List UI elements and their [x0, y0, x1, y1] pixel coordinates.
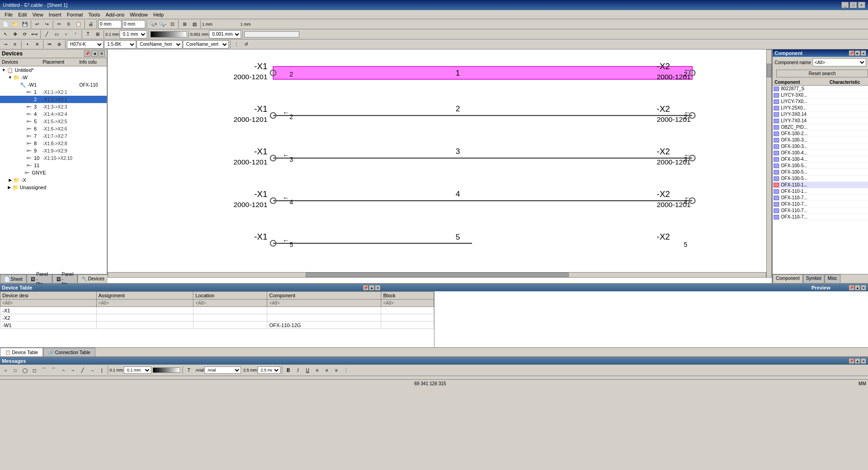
zoom-out-btn[interactable]: 🔍-: [158, 20, 167, 29]
component-list[interactable]: 8022877_SLIYCY-3X0...LIYCY-7X0...LIYY-25…: [773, 86, 868, 274]
msg-tool-8[interactable]: ⌣: [68, 366, 77, 375]
preview-controls[interactable]: 📌 ▴ ×: [849, 285, 866, 290]
msg-tool-2[interactable]: □: [11, 366, 20, 375]
messages-controls[interactable]: 📌 ▴ ×: [849, 358, 866, 364]
dt-pin-btn[interactable]: 📌: [363, 285, 368, 290]
schematic-canvas[interactable]: -X1 2000-1201 ← 1 -X2 2000-1201 ← -X1 20…: [108, 49, 772, 283]
msg-tool-7[interactable]: ⌢: [59, 366, 68, 375]
paste-btn[interactable]: 📋: [74, 20, 83, 29]
tree-item-gnye[interactable]: GNYE: [0, 169, 107, 176]
tree-toggle-w[interactable]: ▼: [7, 75, 13, 80]
select-btn[interactable]: ↖: [1, 30, 10, 39]
save-btn[interactable]: 💾: [20, 20, 29, 29]
tree-item-3[interactable]: 3-X1:3->X2:3: [0, 103, 107, 110]
layers-btn[interactable]: ▤: [190, 20, 199, 29]
tab-panel-no[interactable]: 🖼 Panel - No...: [52, 274, 78, 283]
menu-file[interactable]: File: [2, 11, 16, 18]
open-btn[interactable]: 📁: [11, 20, 20, 29]
panel-pin-btn[interactable]: 📌: [84, 50, 90, 57]
filter-block[interactable]: <All>: [381, 300, 434, 307]
comp-collapse-btn[interactable]: ▸: [855, 50, 860, 56]
comp-tab-component[interactable]: Component: [773, 274, 803, 283]
tab-device-table[interactable]: 📋 Device Table: [0, 348, 43, 356]
y-coord-input[interactable]: [122, 20, 145, 28]
rotate-btn[interactable]: ⟳: [20, 30, 29, 39]
dt-expand-btn[interactable]: ▴: [369, 285, 374, 290]
prev-pin-btn[interactable]: 📌: [849, 285, 854, 290]
tree-item-untitled[interactable]: ▼📋Untitled*: [0, 66, 107, 74]
comp-row-8[interactable]: OFX-100-3...: [773, 137, 868, 143]
msg-pin-btn[interactable]: 📌: [849, 358, 854, 364]
restore-btn[interactable]: □: [850, 2, 857, 8]
msg-size-select[interactable]: 2.5 mm: [258, 366, 280, 374]
title-bar-controls[interactable]: _ □ ×: [841, 2, 865, 8]
menu-help[interactable]: Help: [151, 11, 167, 18]
close-btn[interactable]: ×: [858, 2, 865, 8]
menu-insert[interactable]: Insert: [46, 11, 64, 18]
comp-row-12[interactable]: OFX-100-5...: [773, 163, 868, 169]
panel-collapse-btn[interactable]: ◂: [91, 50, 98, 57]
comp-row-18[interactable]: OFX-110-7...: [773, 201, 868, 208]
component-name-select[interactable]: <All>: [813, 58, 867, 66]
tab-sheet[interactable]: 📄 Sheet: [0, 274, 27, 283]
reset-search-button[interactable]: Reset search: [776, 70, 868, 77]
comp-row-10[interactable]: OFX-100-4...: [773, 150, 868, 156]
tree-toggle-x[interactable]: ▶: [7, 178, 13, 182]
x-coord-input[interactable]: [99, 20, 121, 28]
device-table-content[interactable]: Device desi Assignment Location Componen…: [0, 291, 434, 347]
panel-close-btn[interactable]: ×: [99, 50, 105, 57]
devices-tree[interactable]: ▼📋Untitled*▼📁-W🔧-W1OFX-1101-X1:1->X2:12-…: [0, 66, 107, 274]
msg-tool-9[interactable]: ╱: [78, 366, 87, 375]
tree-toggle-untitled[interactable]: ▼: [1, 68, 6, 72]
grid-btn[interactable]: ⊞: [180, 20, 189, 29]
comp-row-7[interactable]: OFX-100-2...: [773, 131, 868, 137]
minimize-btn[interactable]: _: [841, 2, 849, 8]
dt-close-btn[interactable]: ×: [375, 285, 380, 290]
prev-close-btn[interactable]: ×: [861, 285, 866, 290]
msg-align-right-btn[interactable]: ≡: [332, 366, 341, 375]
tree-item-x[interactable]: ▶📁-X: [0, 176, 107, 184]
copy-btn[interactable]: ⎘: [64, 20, 73, 29]
msg-underline-btn[interactable]: U: [303, 366, 312, 375]
msg-text-btn[interactable]: T: [184, 366, 193, 375]
draw-rect-btn[interactable]: ▭: [52, 30, 61, 39]
move-btn[interactable]: ✥: [11, 30, 20, 39]
dt-row-0[interactable]: -X1: [0, 307, 434, 314]
draw-arc-btn[interactable]: ◜: [71, 30, 80, 39]
flip-btn[interactable]: ⟺: [30, 30, 39, 39]
comp-row-17[interactable]: OFX-110-7...: [773, 195, 868, 201]
devices-panel-controls[interactable]: 📌 ◂ ×: [84, 50, 105, 57]
msg-font-select[interactable]: Arial: [204, 366, 241, 374]
comp-row-2[interactable]: LIYCY-7X0...: [773, 98, 868, 105]
comp-row-14[interactable]: OFX-100-5...: [773, 175, 868, 182]
print-btn[interactable]: 🖨: [86, 20, 95, 29]
zoom-in-btn[interactable]: 🔍+: [148, 20, 158, 29]
device-table-controls[interactable]: 📌 ▴ ×: [363, 285, 380, 290]
msg-italic-btn[interactable]: I: [293, 366, 302, 375]
comp-row-11[interactable]: OFX-100-4...: [773, 156, 868, 163]
junction-btn[interactable]: •: [23, 40, 32, 49]
comp-row-6[interactable]: OBZC_PID...: [773, 124, 868, 131]
draw-line-btn[interactable]: ╱: [42, 30, 51, 39]
tree-item-1[interactable]: 1-X1:1->X2:1: [0, 88, 107, 96]
comp-row-4[interactable]: LIYY-3X0.14: [773, 111, 868, 118]
msg-tool-3[interactable]: ◯: [20, 366, 29, 375]
bus-btn[interactable]: ≡: [11, 40, 20, 49]
filter-device[interactable]: <All>: [0, 300, 97, 307]
msg-tool-10[interactable]: →: [88, 366, 97, 375]
wire-btn[interactable]: ⊸: [1, 40, 10, 49]
msg-close-btn[interactable]: ×: [861, 358, 866, 364]
grid-select[interactable]: 0.001 mm: [209, 30, 241, 38]
tree-item-11[interactable]: 11: [0, 162, 107, 169]
msg-line-select[interactable]: 0.1 mm: [124, 366, 151, 374]
comp-row-9[interactable]: OFX-100-3...: [773, 143, 868, 150]
tab-devices[interactable]: 🔧 Devices: [77, 274, 109, 283]
no-connect-btn[interactable]: ✕: [33, 40, 42, 49]
tree-item-6[interactable]: 6-X1:6->X2:6: [0, 125, 107, 132]
menu-view[interactable]: View: [30, 11, 46, 18]
comp-row-20[interactable]: OFX-110-7...: [773, 214, 868, 220]
tree-item-8[interactable]: 8-X1:8->X2:8: [0, 140, 107, 147]
comp-tab-misc[interactable]: Misc: [824, 274, 841, 283]
comp-row-16[interactable]: OFX-110-1...: [773, 188, 868, 195]
comp-row-19[interactable]: OFX-110-7...: [773, 208, 868, 214]
